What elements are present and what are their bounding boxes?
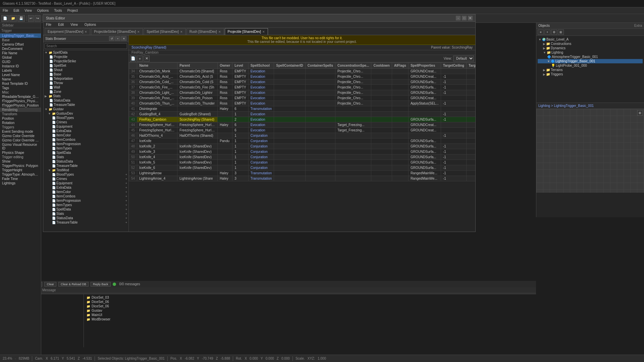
clear-button[interactable]: Clear bbox=[44, 282, 56, 287]
table-row[interactable]: 49IceKnife_3IceKnife (SharedDev)1Conjura… bbox=[129, 149, 476, 155]
tree-extradata1[interactable]: 📄 ExtraData bbox=[43, 129, 128, 133]
table-cell[interactable]: -1 bbox=[441, 160, 466, 165]
table-cell[interactable]: ApplyStatus(SEL... bbox=[408, 101, 441, 106]
scene-lighting-trigger[interactable]: ▼ 🔷 LightingTrigger_Basic_001 bbox=[538, 59, 643, 63]
table-cell[interactable]: 45 bbox=[129, 128, 137, 133]
menu-view[interactable]: View bbox=[24, 9, 32, 12]
table-cell[interactable]: GROUNDSurfa... bbox=[408, 155, 441, 160]
table-cell[interactable] bbox=[274, 117, 306, 122]
scene-lightprobe[interactable]: 💡 LightProbe_001_000 bbox=[538, 63, 643, 68]
col-header-school[interactable]: SpellSchool bbox=[248, 63, 274, 69]
table-cell[interactable] bbox=[371, 79, 392, 85]
table-cell[interactable] bbox=[466, 160, 475, 165]
table-cell[interactable] bbox=[305, 96, 335, 101]
sidebar-item-triggerheight[interactable]: TriggerHeight bbox=[0, 168, 41, 172]
menu-options[interactable]: Options bbox=[37, 9, 49, 12]
table-cell[interactable] bbox=[335, 149, 371, 155]
table-cell[interactable] bbox=[466, 165, 475, 171]
table-cell[interactable] bbox=[305, 176, 335, 181]
table-cell[interactable]: GROUNDSurfa... bbox=[408, 138, 441, 144]
table-cell[interactable]: 52 bbox=[129, 165, 137, 171]
table-cell[interactable]: EMPTY bbox=[232, 69, 248, 74]
table-cell[interactable] bbox=[371, 171, 392, 176]
table-cell[interactable]: 43 bbox=[129, 117, 137, 122]
table-cell[interactable] bbox=[305, 112, 335, 117]
table-cell[interactable]: EMPTY bbox=[232, 101, 248, 106]
add-icon[interactable]: + bbox=[125, 182, 127, 185]
table-cell[interactable] bbox=[274, 85, 306, 90]
table-cell[interactable] bbox=[305, 138, 335, 144]
table-cell[interactable]: 40 bbox=[129, 101, 137, 106]
table-cell[interactable]: -1 bbox=[441, 74, 466, 79]
table-cell[interactable] bbox=[466, 112, 475, 117]
table-cell[interactable] bbox=[371, 133, 392, 138]
tab-projectile-close[interactable]: ✕ bbox=[262, 30, 265, 34]
table-cell[interactable]: FreezingSphere_Hurl_... bbox=[137, 128, 177, 133]
table-cell[interactable]: HailOfThorns (Shared) bbox=[177, 133, 218, 138]
table-cell[interactable]: Haley bbox=[218, 122, 232, 128]
table-cell[interactable]: 42 bbox=[129, 112, 137, 117]
table-cell[interactable]: 1 bbox=[232, 165, 248, 171]
se-menu-edit[interactable]: Edit bbox=[57, 23, 65, 26]
table-cell[interactable] bbox=[392, 133, 408, 138]
table-cell[interactable]: IceKnife (SharedDev) bbox=[177, 149, 218, 155]
add-icon[interactable]: + bbox=[125, 217, 127, 220]
table-cell[interactable] bbox=[408, 112, 441, 117]
table-row[interactable]: 34ChromaticOrb_MonkChromaticOrb [Shared]… bbox=[129, 69, 476, 74]
table-cell[interactable]: 51 bbox=[129, 160, 137, 165]
add-icon[interactable]: + bbox=[125, 208, 127, 211]
table-cell[interactable] bbox=[218, 165, 232, 171]
table-cell[interactable]: EMPTY bbox=[232, 96, 248, 101]
table-cell[interactable]: FreezingSphere_Hurl (S bbox=[177, 122, 218, 128]
table-cell[interactable]: 2 bbox=[232, 117, 248, 122]
table-container[interactable]: Name Parent Owner Level SpellSchool Spel… bbox=[129, 62, 475, 232]
table-cell[interactable] bbox=[392, 149, 408, 155]
table-row[interactable]: 44FreezingSphere_Hurl_...FreezingSphere_… bbox=[129, 122, 476, 128]
table-cell[interactable]: Ross bbox=[218, 74, 232, 79]
toolbar-save[interactable]: 💾 bbox=[17, 15, 25, 22]
view-select[interactable]: Default bbox=[453, 56, 474, 61]
file-item-r4[interactable]: 📁 Gustav bbox=[85, 308, 535, 313]
table-cell[interactable]: Conjuration bbox=[248, 165, 274, 171]
table-cell[interactable]: Projectile_Chro... bbox=[335, 85, 371, 90]
table-row[interactable]: 36ChromaticOrb_Cold_...ChromaticOrb_Cold… bbox=[129, 79, 476, 85]
sb-refresh[interactable]: ↺ bbox=[109, 36, 114, 41]
col-header-owner[interactable]: Owner bbox=[218, 63, 232, 69]
table-cell[interactable] bbox=[218, 149, 232, 155]
table-cell[interactable] bbox=[274, 171, 306, 176]
table-cell[interactable]: Haley bbox=[218, 171, 232, 176]
sidebar-item-fadetime[interactable]: Fade Time bbox=[0, 177, 41, 181]
table-row[interactable]: 48IceKnife_2IceKnife (SharedDev)1Conjura… bbox=[129, 144, 476, 149]
table-cell[interactable] bbox=[466, 85, 475, 90]
tree-base[interactable]: 📄 Base bbox=[43, 72, 128, 76]
table-cell[interactable]: IceKnife_2 bbox=[137, 144, 177, 149]
table-cell[interactable] bbox=[466, 96, 475, 101]
sidebar-item-trigger[interactable]: LightingTrigger_Basic_001 bbox=[0, 34, 41, 38]
toolbar-add-row[interactable]: 📄 bbox=[130, 56, 136, 62]
table-cell[interactable] bbox=[441, 138, 466, 144]
rp-btn3[interactable]: ⚙ bbox=[551, 29, 557, 35]
table-row[interactable]: 50IceKnife_4IceKnife (SharedDev)1Conjura… bbox=[129, 155, 476, 160]
table-cell[interactable]: GROUNDSurfa... bbox=[408, 90, 441, 96]
table-cell[interactable] bbox=[274, 101, 306, 106]
table-cell[interactable]: FireRay_Cambion bbox=[137, 117, 177, 122]
table-cell[interactable]: -1 bbox=[441, 90, 466, 96]
table-cell[interactable] bbox=[274, 155, 306, 160]
table-cell[interactable]: GROUNDSurfa... bbox=[408, 85, 441, 90]
toolbar-redo[interactable]: ↪ bbox=[35, 15, 41, 22]
table-cell[interactable]: Conjuration bbox=[248, 155, 274, 160]
table-cell[interactable]: Haley bbox=[218, 106, 232, 112]
table-cell[interactable] bbox=[392, 122, 408, 128]
table-cell[interactable]: Ross bbox=[218, 90, 232, 96]
tree-stats2[interactable]: 📄 Stats bbox=[43, 155, 128, 159]
table-cell[interactable]: Evocation bbox=[248, 101, 274, 106]
table-cell[interactable]: 1 bbox=[232, 149, 248, 155]
tree-zone[interactable]: 📄 Zone bbox=[43, 89, 128, 94]
table-cell[interactable]: FreezingSphere_Hurl_... bbox=[137, 122, 177, 128]
table-cell[interactable]: 41 bbox=[129, 106, 137, 112]
table-cell[interactable] bbox=[408, 133, 441, 138]
table-cell[interactable] bbox=[305, 79, 335, 85]
table-cell[interactable]: ChromaticOrb_Monk bbox=[137, 69, 177, 74]
table-cell[interactable] bbox=[305, 133, 335, 138]
table-cell[interactable]: ChromaticOrb_Thunder bbox=[177, 101, 218, 106]
